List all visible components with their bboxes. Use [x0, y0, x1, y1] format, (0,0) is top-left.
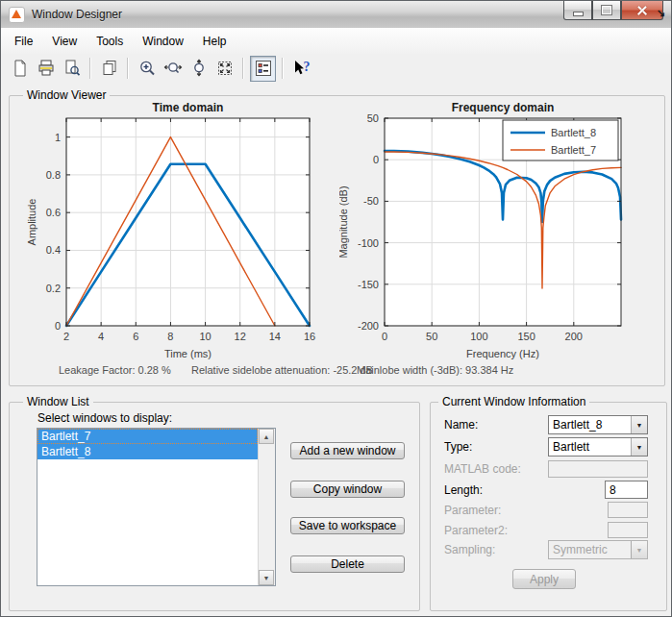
context-help-button[interactable]: ?: [289, 57, 313, 81]
print-preview-icon: [62, 59, 82, 78]
window-list-group-label: Window List: [23, 395, 93, 408]
svg-text:-50: -50: [363, 195, 379, 207]
svg-text:0.8: 0.8: [46, 169, 61, 181]
parameter2-label: Parameter2:: [444, 524, 508, 537]
context-help-icon: ?: [291, 59, 312, 78]
time-domain-chart: 24681012141600.20.40.60.81Time domainTim…: [20, 99, 339, 360]
new-document-icon: [11, 59, 30, 78]
window-listbox[interactable]: Bartlett_7Bartlett_8: [37, 428, 276, 586]
new-document-button[interactable]: [8, 57, 32, 81]
length-field[interactable]: 8: [605, 481, 648, 499]
svg-text:-100: -100: [358, 237, 379, 249]
svg-text:0: 0: [55, 320, 61, 332]
type-dropdown[interactable]: Bartlett: [548, 437, 648, 457]
svg-text:0.2: 0.2: [46, 283, 61, 294]
full-view-button[interactable]: [212, 57, 236, 81]
delete-button[interactable]: Delete: [290, 555, 405, 573]
scroll-down-icon[interactable]: [259, 570, 274, 585]
window-list-group: Window List Select windows to display: B…: [9, 402, 420, 611]
zoom-y-icon: [189, 59, 209, 78]
sidelobe-attenuation-status: Relative sidelobe attenuation: -25.2 dB: [191, 364, 373, 376]
zoom-in-button[interactable]: [135, 57, 159, 81]
svg-text:Bartlett_7: Bartlett_7: [551, 144, 596, 156]
sampling-value: Symmetric: [553, 543, 608, 556]
restore-button[interactable]: [592, 1, 621, 20]
zoom-y-button[interactable]: [187, 57, 211, 81]
legend-toggle-icon: [254, 59, 273, 78]
current-window-info-group-label: Current Window Information: [438, 395, 589, 408]
chevron-down-icon[interactable]: [631, 416, 647, 433]
matlab-code-field: [548, 460, 648, 478]
print-button[interactable]: [34, 57, 58, 81]
toolbar-separator: [242, 58, 244, 79]
svg-text:50: 50: [367, 112, 379, 124]
svg-text:8: 8: [167, 331, 173, 342]
print-icon: [37, 59, 56, 78]
svg-text:16: 16: [304, 331, 315, 342]
add-a-new-window-button[interactable]: Add a new window: [290, 442, 405, 459]
svg-text:Amplitude: Amplitude: [26, 199, 37, 246]
sampling-dropdown: Symmetric: [548, 540, 648, 559]
apply-button[interactable]: Apply: [512, 569, 576, 589]
menu-window[interactable]: Window: [133, 30, 193, 53]
parameter2-field: [608, 522, 648, 538]
svg-text:Frequency domain: Frequency domain: [452, 101, 555, 114]
print-preview-button[interactable]: [60, 57, 84, 81]
scroll-up-icon[interactable]: [259, 429, 274, 444]
length-label: Length:: [444, 483, 483, 497]
svg-text:10: 10: [199, 331, 211, 342]
matlab-code-label: MATLAB code:: [444, 462, 521, 476]
svg-text:0: 0: [373, 154, 379, 165]
svg-text:2: 2: [63, 331, 69, 342]
minimize-button[interactable]: [563, 1, 592, 20]
svg-text:6: 6: [133, 331, 138, 342]
list-item[interactable]: Bartlett_7: [37, 429, 258, 444]
type-value: Bartlett: [553, 440, 589, 454]
frequency-domain-chart: 050100150200500-50-100-150-200Frequency …: [339, 99, 666, 360]
dock-figure-arrow-icon[interactable]: [657, 7, 665, 19]
leakage-factor-status: Leakage Factor: 0.28 %: [59, 364, 171, 376]
toolbar-separator: [282, 58, 284, 79]
restore-icon: [602, 6, 611, 14]
list-item[interactable]: Bartlett_8: [37, 444, 258, 459]
chevron-down-icon[interactable]: [631, 438, 647, 456]
parameter-label: Parameter:: [444, 504, 501, 517]
current-window-info-group: Current Window Information Name: Bartlet…: [430, 402, 667, 611]
zoom-x-button[interactable]: [161, 57, 185, 81]
toolbar: ?: [1, 54, 671, 83]
legend-toggle-button[interactable]: [250, 56, 276, 82]
svg-text:0: 0: [382, 331, 387, 342]
svg-text:200: 200: [565, 331, 583, 342]
full-view-icon: [215, 59, 235, 78]
select-windows-label: Select windows to display:: [37, 411, 172, 425]
menu-file[interactable]: File: [5, 30, 42, 53]
svg-text:150: 150: [517, 331, 535, 342]
menu-bar: FileViewToolsWindowHelp: [1, 28, 671, 55]
menu-tools[interactable]: Tools: [87, 30, 133, 53]
svg-text:0.6: 0.6: [46, 207, 61, 218]
title-bar[interactable]: Window Designer: [1, 1, 671, 29]
menu-help[interactable]: Help: [193, 30, 236, 53]
toolbar-separator: [89, 58, 91, 79]
toolbar-separator: [127, 58, 129, 79]
svg-text:Frequency (Hz): Frequency (Hz): [466, 348, 539, 359]
svg-text:-200: -200: [358, 320, 379, 332]
svg-text:?: ?: [303, 60, 310, 74]
window-controls: [563, 1, 663, 20]
close-icon: [636, 5, 648, 16]
copy-window-button[interactable]: [97, 57, 121, 81]
svg-text:-150: -150: [358, 279, 379, 290]
copy-window-button[interactable]: Copy window: [290, 481, 405, 498]
svg-text:Time (ms): Time (ms): [164, 348, 212, 359]
listbox-scrollbar[interactable]: [258, 429, 275, 585]
menu-view[interactable]: View: [42, 30, 87, 53]
svg-text:14: 14: [269, 331, 281, 342]
svg-text:4: 4: [98, 331, 104, 342]
svg-text:0.4: 0.4: [46, 244, 61, 256]
window-designer-window: Window Designer FileViewToolsWindowHelp: [0, 0, 672, 617]
save-to-workspace-button[interactable]: Save to workspace: [290, 517, 405, 534]
window-title: Window Designer: [32, 8, 122, 21]
name-dropdown[interactable]: Bartlett_8: [548, 415, 648, 434]
zoom-x-icon: [162, 59, 184, 78]
type-label: Type:: [444, 440, 472, 454]
